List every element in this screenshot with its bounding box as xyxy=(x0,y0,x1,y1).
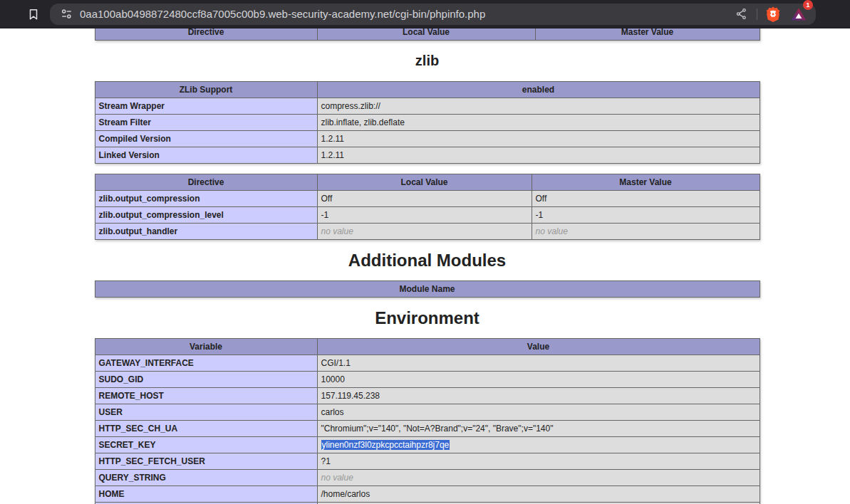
label-cell: SUDO_GID xyxy=(95,372,317,388)
bookmark-icon xyxy=(27,7,40,21)
label-cell: Stream Wrapper xyxy=(95,98,317,115)
table-row: QUERY_STRING no value xyxy=(95,470,760,486)
zlib-directives-table: Directive Local Value Master Value zlib.… xyxy=(95,174,760,240)
value-cell: -1 xyxy=(317,207,532,224)
value-cell: carlos xyxy=(317,404,760,421)
header-cell: Master Value xyxy=(532,174,760,191)
share-icon xyxy=(735,7,748,21)
value-cell: 1.2.11 xyxy=(317,147,760,164)
rewards-badge: 1 xyxy=(803,0,813,10)
value-cell: "Chromium";v="140", "Not=A?Brand";v="24"… xyxy=(317,421,760,437)
value-cell: ylinen0nzf3l0zpkcpcctaihpzr8j7qe xyxy=(317,437,760,453)
label-cell: zlib.output_compression xyxy=(95,191,317,207)
browser-toolbar: 0aa100ab0498872480ccf8a7005c00b9.web-sec… xyxy=(0,0,850,28)
label-cell: GATEWAY_INTERFACE xyxy=(95,355,317,372)
table-header-row: Directive Local Value Master Value xyxy=(95,174,760,191)
table-row: Stream Wrapper compress.zlib:// xyxy=(95,98,760,115)
label-cell: REMOTE_HOST xyxy=(95,388,317,404)
no-value-text: no value xyxy=(321,473,353,483)
value-cell: no value xyxy=(532,224,760,240)
value-cell: 157.119.45.238 xyxy=(317,388,760,404)
table-row: HTTP_SEC_FETCH_USER ?1 xyxy=(95,453,760,470)
url-actions: 1 xyxy=(732,4,809,24)
environment-table: Variable Value GATEWAY_INTERFACE CGI/1.1… xyxy=(95,338,760,504)
label-cell: QUERY_STRING xyxy=(95,470,317,486)
value-cell: 10000 xyxy=(317,372,760,388)
header-cell: ZLib Support xyxy=(95,82,317,98)
value-cell: Off xyxy=(317,191,532,207)
value-cell: Off xyxy=(532,191,760,207)
table-header-row: Module Name xyxy=(95,281,760,298)
header-cell: Value xyxy=(317,339,760,355)
table-header-row: ZLib Support enabled xyxy=(95,82,760,98)
value-cell: compress.zlib:// xyxy=(317,98,760,115)
section-title-zlib: zlib xyxy=(95,53,760,69)
value-cell: no value xyxy=(317,224,532,240)
table-row: zlib.output_compression_level -1 -1 xyxy=(95,207,760,224)
value-cell: -1 xyxy=(532,207,760,224)
no-value-text: no value xyxy=(536,226,568,236)
table-row: HOME /home/carlos xyxy=(95,486,760,503)
table-row: HTTP_SEC_CH_UA "Chromium";v="140", "Not=… xyxy=(95,421,760,437)
bookmark-button[interactable] xyxy=(24,4,43,24)
url-text[interactable]: 0aa100ab0498872480ccf8a7005c00b9.web-sec… xyxy=(80,8,732,20)
table-header-row: Variable Value xyxy=(95,339,760,355)
table-row: GATEWAY_INTERFACE CGI/1.1 xyxy=(95,355,760,372)
table-row: Compiled Version 1.2.11 xyxy=(95,131,760,147)
table-row: SUDO_GID 10000 xyxy=(95,372,760,388)
table-row: USER carlos xyxy=(95,404,760,421)
url-bar[interactable]: 0aa100ab0498872480ccf8a7005c00b9.web-sec… xyxy=(50,4,816,25)
additional-modules-table: Module Name xyxy=(95,280,760,298)
phpinfo-page: Directive Local Value Master Value zlib … xyxy=(95,23,760,504)
label-cell: zlib.output_compression_level xyxy=(95,207,317,224)
brave-shield-icon xyxy=(765,6,781,23)
header-cell: Directive xyxy=(95,174,317,191)
no-value-text: no value xyxy=(321,226,353,236)
label-cell: SECRET_KEY xyxy=(95,437,317,453)
section-title-additional-modules: Additional Modules xyxy=(95,251,760,270)
header-cell: Local Value xyxy=(317,174,532,191)
selected-secret-key-text[interactable]: ylinen0nzf3l0zpkcpcctaihpzr8j7qe xyxy=(321,440,450,450)
toolbar-separator xyxy=(757,9,757,20)
header-cell: Module Name xyxy=(95,281,760,298)
value-cell: ?1 xyxy=(317,453,760,470)
value-cell: zlib.inflate, zlib.deflate xyxy=(317,115,760,131)
label-cell: HTTP_SEC_CH_UA xyxy=(95,421,317,437)
value-cell: CGI/1.1 xyxy=(317,355,760,372)
label-cell: Stream Filter xyxy=(95,115,317,131)
table-row: REMOTE_HOST 157.119.45.238 xyxy=(95,388,760,404)
label-cell: zlib.output_handler xyxy=(95,224,317,240)
site-settings-button[interactable] xyxy=(58,4,74,24)
section-title-environment: Environment xyxy=(95,308,760,327)
label-cell: HTTP_SEC_FETCH_USER xyxy=(95,453,317,470)
value-cell: no value xyxy=(317,470,760,486)
zlib-support-table: ZLib Support enabled Stream Wrapper comp… xyxy=(95,81,760,164)
table-row: Linked Version 1.2.11 xyxy=(95,147,760,164)
header-cell: Variable xyxy=(95,339,317,355)
tune-icon xyxy=(60,7,73,21)
brave-shields-button[interactable] xyxy=(764,4,782,24)
value-cell: /home/carlos xyxy=(317,486,760,503)
value-cell: 1.2.11 xyxy=(317,131,760,147)
label-cell: HOME xyxy=(95,486,317,503)
header-cell: enabled xyxy=(317,82,760,98)
label-cell: Linked Version xyxy=(95,147,317,164)
brave-rewards-button[interactable]: 1 xyxy=(789,4,809,24)
table-row: zlib.output_handler no value no value xyxy=(95,224,760,240)
table-row-secret-key: SECRET_KEY ylinen0nzf3l0zpkcpcctaihpzr8j… xyxy=(95,437,760,453)
table-row: zlib.output_compression Off Off xyxy=(95,191,760,207)
label-cell: USER xyxy=(95,404,317,421)
table-row: Stream Filter zlib.inflate, zlib.deflate xyxy=(95,115,760,131)
label-cell: Compiled Version xyxy=(95,131,317,147)
share-button[interactable] xyxy=(732,4,750,24)
